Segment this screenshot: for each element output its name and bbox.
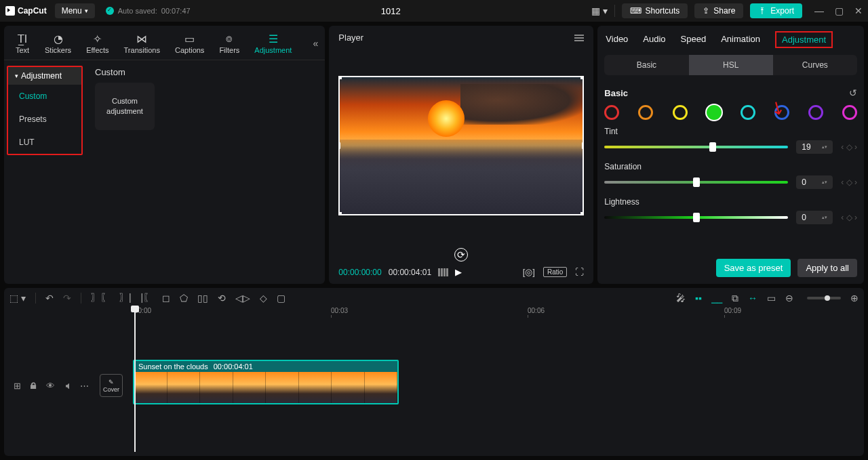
link-icon[interactable]: ⧉ xyxy=(732,293,738,304)
video-frame[interactable] xyxy=(338,76,584,215)
tab-effects[interactable]: ✧Effects xyxy=(82,30,113,60)
undo-icon[interactable]: ↶ xyxy=(45,293,54,304)
levels-icon[interactable] xyxy=(438,268,448,276)
track-lock-icon[interactable]: 🔒︎ xyxy=(29,381,38,391)
mirror-icon[interactable]: ◁▷ xyxy=(235,293,250,304)
trim-left-icon[interactable]: 〗| xyxy=(119,292,132,304)
sidebar-header[interactable]: ▾Adjustment xyxy=(8,67,81,85)
resize-handle[interactable] xyxy=(582,142,584,149)
cover-button[interactable]: ✎ Cover xyxy=(100,374,123,397)
inspector-tab-adjustment[interactable]: Adjustment xyxy=(775,31,833,48)
subtab-curves[interactable]: Curves xyxy=(773,55,857,75)
sidebar-item-presets[interactable]: Presets xyxy=(8,108,81,131)
scale-icon[interactable]: [◎] xyxy=(523,267,535,277)
zoom-out-icon[interactable]: ⊖ xyxy=(785,293,793,304)
preview-icon[interactable]: ▭ xyxy=(767,293,776,304)
group-icon[interactable]: ▯▯ xyxy=(197,293,208,304)
share-button[interactable]: ⇪ Share xyxy=(694,3,743,18)
color-blue[interactable] xyxy=(774,105,789,120)
track-visibility-icon[interactable]: 👁︎ xyxy=(46,381,55,391)
tint-slider[interactable] xyxy=(604,146,788,148)
resize-handle[interactable] xyxy=(338,142,340,149)
split-icon[interactable]: 〗〖 xyxy=(91,292,110,304)
tab-adjustment[interactable]: ☰Adjustment xyxy=(250,30,296,60)
stepper-icon[interactable]: ▴▾ xyxy=(822,180,827,185)
inspector-tab-video[interactable]: Video xyxy=(606,34,628,48)
slider-thumb[interactable] xyxy=(693,213,700,222)
window-close-icon[interactable]: ✕ xyxy=(854,5,863,16)
custom-adjustment-card[interactable]: Custom adjustment xyxy=(95,83,155,130)
timeline-ruler[interactable]: 00:00 00:03 00:06 00:09 xyxy=(125,307,859,319)
inspector-tab-audio[interactable]: Audio xyxy=(643,34,665,48)
color-magenta[interactable] xyxy=(842,105,857,120)
inspector-tab-animation[interactable]: Animation xyxy=(721,34,760,48)
tab-captions[interactable]: ▭Captions xyxy=(171,30,208,60)
color-purple[interactable] xyxy=(808,105,823,120)
color-green[interactable] xyxy=(707,105,722,120)
timeline-clip[interactable]: Sunset on the clouds 00:00:04:01 xyxy=(133,360,399,404)
subtab-hsl[interactable]: HSL xyxy=(689,55,773,75)
trim-right-icon[interactable]: |〖 xyxy=(141,292,153,304)
sidebar-item-custom[interactable]: Custom xyxy=(8,85,81,108)
rotate-icon[interactable]: ⟲ xyxy=(218,293,226,304)
window-minimize-icon[interactable]: — xyxy=(814,5,824,16)
zoom-thumb[interactable] xyxy=(825,295,830,301)
color-cyan[interactable] xyxy=(741,105,755,120)
keyframe-nav[interactable]: ‹ ◇ › xyxy=(841,177,857,187)
ratio-button[interactable]: Ratio xyxy=(543,267,567,277)
play-button[interactable]: ▶ xyxy=(455,267,462,277)
zoom-slider[interactable] xyxy=(807,297,841,299)
fullscreen-icon[interactable]: ⛶ xyxy=(575,267,584,277)
resize-handle[interactable] xyxy=(580,212,584,215)
stepper-icon[interactable]: ▴▾ xyxy=(822,215,827,220)
menu-button[interactable]: Menu ▾ xyxy=(55,3,95,18)
subtab-basic[interactable]: Basic xyxy=(604,55,688,75)
slider-thumb[interactable] xyxy=(709,142,716,152)
color-orange[interactable] xyxy=(638,105,653,120)
tab-transitions[interactable]: ⋈Transitions xyxy=(120,30,164,60)
track-add-icon[interactable]: ⊞ xyxy=(14,381,21,391)
mic-icon[interactable]: 🎤︎ xyxy=(676,293,686,304)
resize-handle[interactable] xyxy=(338,212,342,215)
magnet-icon[interactable]: ▪▪ xyxy=(695,293,702,304)
tint-value[interactable]: 19▴▾ xyxy=(796,140,833,154)
zoom-in-icon[interactable]: ⊕ xyxy=(850,293,859,304)
tab-filters[interactable]: ⌾Filters xyxy=(215,30,243,60)
collapse-panel-icon[interactable]: « xyxy=(313,38,319,49)
stepper-icon[interactable]: ▴▾ xyxy=(822,144,827,150)
track-mute-icon[interactable]: 🔈︎ xyxy=(63,381,72,391)
export-button[interactable]: ⭱ Export xyxy=(750,3,802,18)
keyframe-nav[interactable]: ‹ ◇ › xyxy=(841,142,857,152)
layout-icon[interactable]: ▦ ▾ xyxy=(591,5,608,16)
reset-icon[interactable]: ↺ xyxy=(849,87,857,98)
redo-icon[interactable]: ↷ xyxy=(63,293,71,304)
tab-text[interactable]: T̲IText xyxy=(11,30,34,60)
player-canvas[interactable] xyxy=(338,48,584,243)
window-maximize-icon[interactable]: ▢ xyxy=(835,5,844,16)
resize-handle[interactable] xyxy=(338,76,342,79)
shortcuts-button[interactable]: ⌨ Shortcuts xyxy=(622,3,688,18)
crop-icon[interactable]: ◻ xyxy=(162,293,170,304)
compare-icon[interactable]: ⟳ xyxy=(454,248,468,262)
player-menu-icon[interactable] xyxy=(574,35,584,41)
keyframe-nav[interactable]: ‹ ◇ › xyxy=(841,213,857,222)
snap-icon[interactable]: ⎯⎯ xyxy=(711,293,722,304)
frame-icon[interactable]: ▢ xyxy=(277,293,285,304)
save-preset-button[interactable]: Save as preset xyxy=(716,259,791,277)
timeline-tracks[interactable]: Sunset on the clouds 00:00:04:01 xyxy=(125,319,859,452)
lightness-slider[interactable] xyxy=(604,216,788,219)
align-icon[interactable]: ↔ xyxy=(748,293,757,304)
sidebar-item-lut[interactable]: LUT xyxy=(8,131,81,154)
saturation-slider[interactable] xyxy=(604,181,788,184)
track-more-icon[interactable]: ⋯ xyxy=(80,381,89,391)
slider-thumb[interactable] xyxy=(693,177,700,187)
tab-stickers[interactable]: ◔Stickers xyxy=(41,30,75,60)
lightness-value[interactable]: 0▴▾ xyxy=(796,211,833,224)
color-yellow[interactable] xyxy=(673,105,688,120)
inspector-tab-speed[interactable]: Speed xyxy=(681,34,707,48)
apply-all-button[interactable]: Apply to all xyxy=(797,259,857,277)
color-red[interactable] xyxy=(604,105,619,120)
saturation-value[interactable]: 0▴▾ xyxy=(796,175,833,189)
resize-handle[interactable] xyxy=(580,76,584,79)
flip-icon[interactable]: ◇ xyxy=(260,293,267,304)
